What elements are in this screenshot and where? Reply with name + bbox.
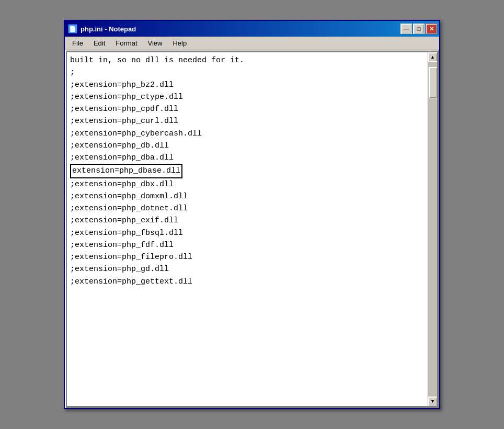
menu-edit[interactable]: Edit xyxy=(89,38,109,48)
title-bar: 📄 php.ini - Notepad — □ ✕ xyxy=(65,21,439,37)
scrollbar-track[interactable] xyxy=(428,62,437,397)
vertical-scrollbar[interactable]: ▲ ▼ xyxy=(428,52,437,406)
menu-view[interactable]: View xyxy=(144,38,167,48)
text-editor[interactable]: built in, so no dll is needed for it. ; … xyxy=(67,52,428,406)
menu-bar: File Edit Format View Help xyxy=(65,37,439,50)
menu-help[interactable]: Help xyxy=(168,38,191,48)
scrollbar-thumb[interactable] xyxy=(429,67,437,98)
title-buttons: — □ ✕ xyxy=(400,24,437,34)
close-button[interactable]: ✕ xyxy=(426,24,437,34)
app-icon: 📄 xyxy=(68,24,77,33)
scroll-down-button[interactable]: ▼ xyxy=(428,397,438,406)
maximize-button[interactable]: □ xyxy=(413,24,425,34)
minimize-button[interactable]: — xyxy=(400,24,412,34)
title-bar-left: 📄 php.ini - Notepad xyxy=(68,24,136,33)
content-area: built in, so no dll is needed for it. ; … xyxy=(66,51,438,407)
window-title: php.ini - Notepad xyxy=(81,25,136,33)
menu-format[interactable]: Format xyxy=(111,38,141,48)
notepad-window: 📄 php.ini - Notepad — □ ✕ File Edit Form… xyxy=(64,20,440,409)
menu-file[interactable]: File xyxy=(68,38,87,48)
scroll-up-button[interactable]: ▲ xyxy=(428,52,438,62)
